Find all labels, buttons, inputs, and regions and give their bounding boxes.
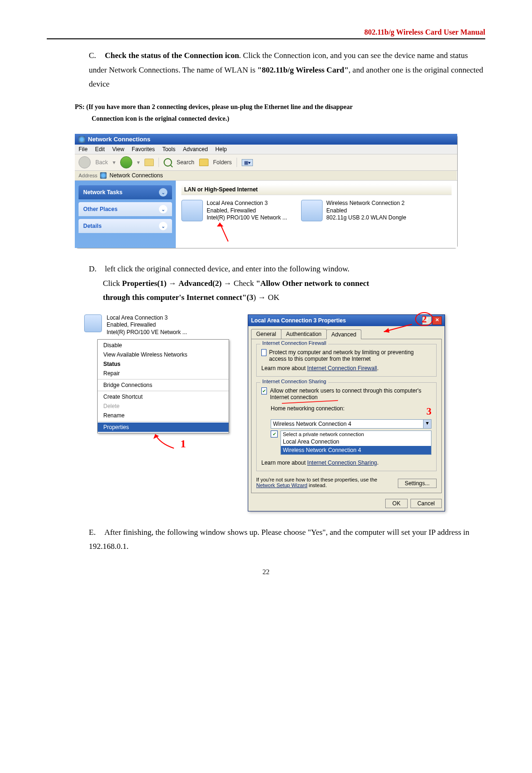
back-button[interactable]: Back xyxy=(95,159,108,166)
menu-view[interactable]: View xyxy=(112,146,124,153)
screenshot-2-wrap: Local Area Connection 3 Enabled, Firewal… xyxy=(84,314,457,511)
menu-edit[interactable]: Edit xyxy=(95,146,105,153)
conn1-text: Local Area Connection 3 Enabled, Firewal… xyxy=(207,200,287,222)
marker-c: C. xyxy=(89,49,103,63)
back-dropdown-icon[interactable]: ▾ xyxy=(113,159,115,166)
folders-button[interactable]: Folders xyxy=(213,159,232,166)
bottom-link[interactable]: Network Setup Wizard xyxy=(256,482,307,488)
ctx-lan-icon xyxy=(84,314,102,332)
ctx-properties[interactable]: Properties xyxy=(98,423,229,432)
close-button-icon[interactable]: ✕ xyxy=(432,316,442,325)
ps-line2: Connection icon is the original connecte… xyxy=(75,113,485,124)
views-icon[interactable]: ▦▾ xyxy=(242,159,253,166)
back-button-icon[interactable] xyxy=(79,156,91,168)
red-1-annotation: 1 xyxy=(84,433,234,447)
properties-dialog: Local Area Connection 3 Properties ? ✕ 2… xyxy=(248,314,445,511)
lb-item-1[interactable]: Local Area Connection xyxy=(281,438,431,446)
forward-button-icon[interactable] xyxy=(120,156,132,168)
lb-item-2[interactable]: Wireless Network Connection 4 xyxy=(281,446,431,454)
ctx-rename[interactable]: Rename xyxy=(98,411,229,420)
forward-dropdown-icon[interactable]: ▾ xyxy=(137,159,140,166)
search-button[interactable]: Search xyxy=(177,159,194,166)
address-bar: Address Network Connections xyxy=(75,171,457,181)
red-number-3: 3 xyxy=(426,405,431,417)
connection-item-1[interactable]: Local Area Connection 3 Enabled, Firewal… xyxy=(181,200,287,222)
ctx-shortcut[interactable]: Create Shortcut xyxy=(98,392,229,401)
ctx-repair[interactable]: Repair xyxy=(98,369,229,378)
ok-button[interactable]: OK xyxy=(385,499,407,508)
chevron-down-icon2[interactable]: ⌄ xyxy=(159,205,167,213)
ics-learn-link[interactable]: Internet Connection Sharing xyxy=(307,459,377,466)
group-icf-title: Internet Connection Firewall xyxy=(260,340,328,346)
window-titlebar: Network Connections xyxy=(75,134,457,145)
ics-learn: Learn more about Internet Connection Sha… xyxy=(261,459,431,466)
tab-advanced[interactable]: Advanced xyxy=(326,329,361,339)
home-row: Home networking connection: 3 xyxy=(271,405,431,417)
panel-details[interactable]: Details ⌄ xyxy=(79,219,172,233)
menu-tools[interactable]: Tools xyxy=(162,146,175,153)
ps-line1: PS: (If you have more than 2 connecting … xyxy=(75,103,352,110)
icf-learn-text: Learn more about xyxy=(261,365,307,372)
e-yes: "Yes" xyxy=(308,528,326,537)
ics-checkbox[interactable]: ✔ xyxy=(261,387,267,394)
conn2-name: Wireless Network Connection 2 xyxy=(326,200,406,207)
red-strike xyxy=(282,399,385,407)
dialog-buttons: OK Cancel xyxy=(248,496,445,511)
page-number: 22 xyxy=(47,568,485,576)
settings-button[interactable]: Settings... xyxy=(398,479,437,488)
group-ics: Internet Connection Sharing ✔ Allow othe… xyxy=(256,382,437,471)
combo-dropdown-icon[interactable]: ▾ xyxy=(423,420,431,428)
ctx-bridge[interactable]: Bridge Connections xyxy=(98,380,229,390)
ctx-disable[interactable]: Disable xyxy=(98,341,229,350)
sel-label: Select a private network connection xyxy=(281,431,431,438)
conn2-status: Enabled xyxy=(326,207,406,215)
combo-value: Wireless Network Connection 4 xyxy=(271,420,423,428)
ctx-sep3 xyxy=(98,421,229,422)
cancel-button[interactable]: Cancel xyxy=(410,499,442,508)
ctx-status[interactable]: Status xyxy=(98,359,229,369)
chevron-down-icon[interactable]: ⌄ xyxy=(159,188,167,197)
tab-authentication[interactable]: Authentication xyxy=(281,329,327,339)
menu-advanced[interactable]: Advanced xyxy=(183,146,208,153)
address-icon xyxy=(100,172,107,179)
ctx-sep1 xyxy=(98,379,229,379)
arrow-icon xyxy=(141,431,207,450)
ctx-view-networks[interactable]: View Available Wireless Networks xyxy=(98,350,229,359)
up-folder-icon[interactable] xyxy=(144,159,154,166)
icf-learn: Learn more about Internet Connection Fir… xyxy=(261,365,431,372)
ctx-sep2 xyxy=(98,391,229,391)
tab-general[interactable]: General xyxy=(251,329,281,339)
menu-file[interactable]: File xyxy=(79,146,87,153)
icf-learn-link[interactable]: Internet Connection Firewall xyxy=(307,365,377,372)
home-combo[interactable]: Wireless Network Connection 4 ▾ xyxy=(271,419,431,429)
chevron-down-icon3[interactable]: ⌄ xyxy=(159,222,167,230)
connection-item-2[interactable]: Wireless Network Connection 2 Enabled 80… xyxy=(301,200,406,222)
group-icf: Internet Connection Firewall Protect my … xyxy=(256,344,437,377)
window-icon xyxy=(79,136,85,143)
toolbar: Back ▾ ▾ Search Folders ▦▾ xyxy=(75,154,457,171)
d-q1: "Allow Other network to connect xyxy=(256,279,369,288)
menu-favorites[interactable]: Favorites xyxy=(132,146,155,153)
marker-d: D. xyxy=(89,262,103,277)
folders-icon[interactable] xyxy=(199,159,208,166)
sel-listbox: Select a private network connection Loca… xyxy=(280,430,431,455)
bottom-row: If you're not sure how to set these prop… xyxy=(256,477,437,488)
search-icon[interactable] xyxy=(164,158,172,167)
tab-body: Internet Connection Firewall Protect my … xyxy=(251,339,442,493)
panel-other-places[interactable]: Other Places ⌄ xyxy=(79,202,172,216)
ctx-head: Local Area Connection 3 Enabled, Firewal… xyxy=(84,314,234,336)
sel-checkbox[interactable]: ✔ xyxy=(271,430,278,438)
sel-label-row: ✔ Select a private network connection Lo… xyxy=(271,430,431,455)
conn2-text: Wireless Network Connection 2 Enabled 80… xyxy=(326,200,406,222)
icf-checkbox[interactable] xyxy=(261,349,266,356)
c-bold2: "802.11b/g Wireless Card" xyxy=(258,66,349,74)
panel-details-label: Details xyxy=(83,223,101,229)
toolbar-sep xyxy=(158,158,159,167)
menu-help[interactable]: Help xyxy=(216,146,227,153)
d-click: Click xyxy=(89,279,122,288)
d-q2: through this computer's Internet connect… xyxy=(89,293,253,302)
ctx-delete: Delete xyxy=(98,401,229,411)
panel-network-tasks[interactable]: Network Tasks ⌄ xyxy=(79,185,172,199)
screenshot-network-connections: Network Connections File Edit View Favor… xyxy=(75,134,457,248)
section-e-para: E. After finishing, the following window… xyxy=(75,525,485,554)
